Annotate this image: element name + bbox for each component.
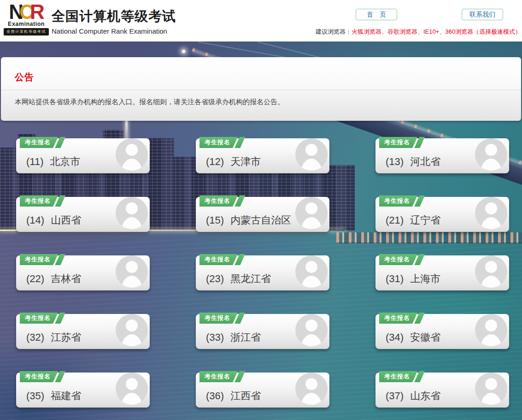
card-label: (14)山西省 [26,213,81,227]
ribbon-label: 考生报名 [379,254,417,265]
province-card[interactable]: 考生报名 (31)上海市 [375,255,509,290]
province-card[interactable]: 考生报名 (23)黑龙江省 [196,255,329,290]
ribbon: 考生报名 [20,137,65,148]
card-name: 福建省 [51,390,81,402]
ribbon-label: 考生报名 [379,313,417,324]
card-label: (13)河北省 [386,155,440,169]
avatar-torso [121,393,142,405]
card-name: 山东省 [410,390,440,402]
card-name: 江苏省 [51,331,81,343]
ribbon: 考生报名 [379,137,425,148]
avatar-torso [481,159,502,171]
card-code: (11) [26,156,44,167]
province-card[interactable]: 考生报名 (11)北京市 [16,138,150,173]
avatar-head [126,378,138,390]
ribbon: 考生报名 [199,254,245,265]
avatar-head [485,202,497,214]
avatar-icon [116,314,148,346]
browser-recommendation: 建议浏览器：火狐浏览器、谷歌浏览器、IE10+、360浏览器（选择极速模式） [316,28,521,36]
logo-examination-text: Examination [4,21,49,27]
card-code: (32) [26,331,44,343]
avatar-head [305,378,317,390]
card-name: 天津市 [230,156,261,167]
avatar-head [485,378,497,390]
province-card[interactable]: 考生报名 (14)山西省 [16,197,150,232]
province-card[interactable]: 考生报名 (36)江西省 [196,373,329,408]
card-label: (33)浙江省 [206,331,261,344]
avatar-icon [116,255,148,288]
avatar-icon [295,373,328,405]
ribbon-label: 考生报名 [379,371,417,382]
header: NCR Examination 全国计算机等级考试 全国计算机等级考试 Nati… [0,0,522,41]
card-label: (34)安徽省 [386,331,440,344]
province-card[interactable]: 考生报名 (34)安徽省 [375,314,509,349]
announcement-panel: 公告 本网站提供各省级承办机构的报名入口。报名细则，请关注各省级承办机构的报名公… [1,57,521,121]
card-name: 辽宁省 [410,214,440,226]
avatar-icon [475,197,507,229]
province-card[interactable]: 考生报名 (33)浙江省 [196,314,329,349]
ribbon: 考生报名 [379,254,425,265]
card-name: 浙江省 [230,331,261,343]
ribbon-label: 考生报名 [199,254,238,265]
card-label: (32)江苏省 [26,331,81,344]
card-label: (15)内蒙古自治区 [206,213,291,227]
avatar-icon [295,314,328,346]
ribbon: 考生报名 [20,313,65,324]
province-card[interactable]: 考生报名 (37)山东省 [375,373,509,408]
avatar-head [485,144,497,156]
province-card[interactable]: 考生报名 (13)河北省 [375,138,509,173]
ribbon-label: 考生报名 [199,313,238,324]
card-label: (11)北京市 [26,155,81,169]
avatar-head [305,319,317,331]
title-block: 全国计算机等级考试 National Computer Rank Examina… [52,7,176,35]
home-button[interactable]: 首 页 [356,9,397,20]
avatar-head [305,144,317,156]
card-name: 北京市 [50,156,81,167]
ribbon-label: 考生报名 [20,371,58,382]
avatar-head [126,202,138,214]
avatar-torso [121,276,142,288]
ribbon-label: 考生报名 [199,195,238,207]
ribbon: 考生报名 [20,254,65,265]
ribbon-label: 考生报名 [20,137,58,148]
province-card[interactable]: 考生报名 (35)福建省 [16,373,150,408]
ribbon-label: 考生报名 [379,195,417,207]
province-card[interactable]: 考生报名 (32)江苏省 [16,314,150,349]
contact-us-button[interactable]: 联系我们 [462,9,503,20]
avatar-icon [475,314,507,346]
ribbon: 考生报名 [20,195,65,207]
avatar-head [126,319,138,331]
card-name: 山西省 [51,214,81,226]
ribbon-label: 考生报名 [20,195,58,207]
card-code: (35) [26,390,44,402]
province-card[interactable]: 考生报名 (22)吉林省 [16,255,150,290]
ncre-logo-letters: NCR [4,3,49,21]
avatar-head [126,261,138,273]
card-code: (22) [26,273,44,284]
ribbon-label: 考生报名 [379,137,417,148]
avatar-head [126,144,138,156]
avatar-torso [301,334,322,346]
ribbon-label: 考生报名 [20,254,58,265]
logo-chinese-bar: 全国计算机等级考试 [4,28,49,35]
card-label: (22)吉林省 [26,272,81,286]
province-card[interactable]: 考生报名 (12)天津市 [196,138,329,173]
avatar-torso [481,393,502,405]
avatar-torso [301,217,322,229]
card-label: (21)辽宁省 [386,213,440,227]
card-name: 内蒙古自治区 [230,214,291,226]
province-card[interactable]: 考生报名 (21)辽宁省 [375,197,509,232]
card-label: (12)天津市 [206,155,261,169]
avatar-torso [121,217,142,229]
ribbon: 考生报名 [199,195,245,207]
province-grid: 考生报名 (11)北京市 考生报名 (12)天津市 考生报名 (13)河北省 [16,138,509,408]
ribbon-label: 考生报名 [20,313,58,324]
announcement-body: 本网站提供各省级承办机构的报名入口。报名细则，请关注各省级承办机构的报名公告。 [15,98,284,106]
logo-letter-c: C [19,0,30,23]
avatar-torso [121,334,142,346]
card-name: 河北省 [410,156,440,167]
province-card[interactable]: 考生报名 (15)内蒙古自治区 [196,197,329,232]
avatar-icon [475,138,507,171]
card-code: (34) [386,331,404,343]
card-code: (14) [26,214,44,226]
